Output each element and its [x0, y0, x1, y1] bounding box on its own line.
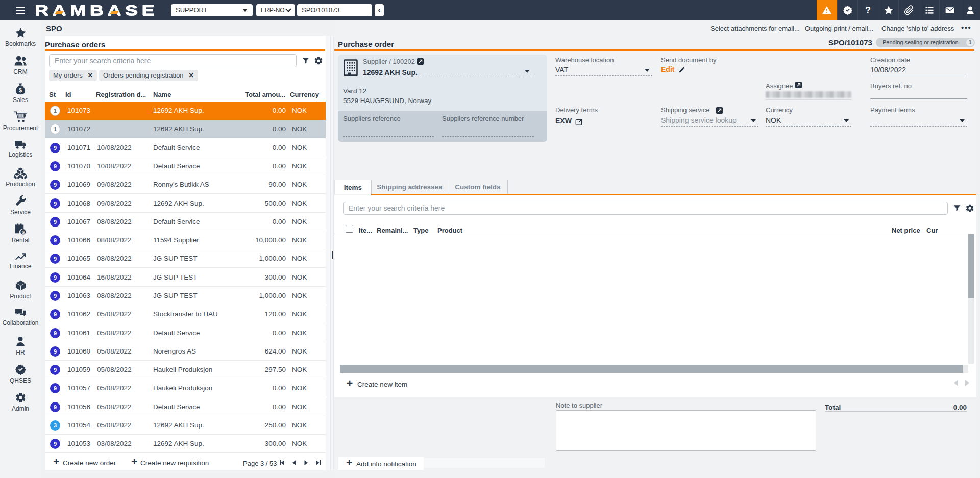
svg-text:$: $ — [19, 87, 22, 93]
svg-text:$: $ — [21, 229, 24, 235]
